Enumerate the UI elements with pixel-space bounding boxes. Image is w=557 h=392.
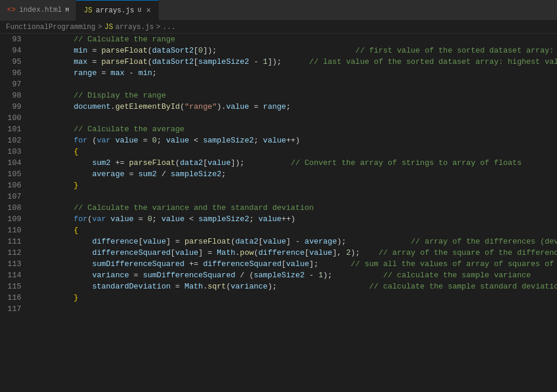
code-line-94: min = parseFloat(dataSort2[0]); // first… <box>37 45 557 56</box>
code-line-97 <box>37 79 557 90</box>
line-num-112: 112 <box>0 247 31 258</box>
tab-badge-index: M <box>65 7 69 14</box>
code-line-100 <box>37 112 557 124</box>
code-line-102: for (var value = 0; value < sampleSize2;… <box>37 135 557 146</box>
code-area: 93 94 95 96 97 98 99 100 101 102 103 104… <box>0 34 557 392</box>
code-line-101: // Calculate the average <box>37 124 557 135</box>
js-icon: JS <box>83 7 92 15</box>
line-num-97: 97 <box>0 79 31 90</box>
line-num-108: 108 <box>0 202 31 213</box>
code-line-99: document.getElementById("range").value =… <box>37 101 557 112</box>
tab-arrays-js[interactable]: JS arrays.js U × <box>76 0 159 21</box>
line-num-96: 96 <box>0 67 31 79</box>
code-line-114: variance = sumDifferenceSquared / (sampl… <box>37 270 557 281</box>
code-line-93: // Calculate the range <box>37 34 557 45</box>
tab-bar: <> index.html M JS arrays.js U × <box>0 0 557 21</box>
line-num-100: 100 <box>0 112 31 124</box>
breadcrumb-folder: FunctionalProgramming <box>6 23 95 31</box>
code-line-104: sum2 += parseFloat(data2[value]); // Con… <box>37 157 557 169</box>
line-num-106: 106 <box>0 180 31 191</box>
breadcrumb-file-icon: JS <box>104 23 112 31</box>
code-line-110: { <box>37 225 557 236</box>
line-num-94: 94 <box>0 45 31 56</box>
code-line-108: // Calculate the variance and the standa… <box>37 202 557 213</box>
line-num-98: 98 <box>0 90 31 101</box>
line-num-104: 104 <box>0 157 31 169</box>
code-line-105: average = sum2 / sampleSize2; <box>37 169 557 180</box>
line-numbers: 93 94 95 96 97 98 99 100 101 102 103 104… <box>0 34 31 392</box>
line-num-95: 95 <box>0 56 31 67</box>
line-num-102: 102 <box>0 135 31 146</box>
breadcrumb-file: arrays.js <box>115 23 154 31</box>
line-num-113: 113 <box>0 258 31 270</box>
html-icon: <> <box>7 6 15 14</box>
code-line-112: differenceSquared[value] = Math.pow(diff… <box>37 247 557 258</box>
code-line-96: range = max - min; <box>37 67 557 79</box>
line-num-110: 110 <box>0 225 31 236</box>
line-num-103: 103 <box>0 146 31 157</box>
line-num-105: 105 <box>0 169 31 180</box>
code-line-115: standardDeviation = Math.sqrt(variance);… <box>37 281 557 292</box>
line-num-114: 114 <box>0 270 31 281</box>
tab-close-arrays[interactable]: × <box>146 7 151 15</box>
tab-badge-arrays: U <box>138 7 141 14</box>
line-num-117: 117 <box>0 303 31 315</box>
line-num-116: 116 <box>0 292 31 303</box>
tab-index-html[interactable]: <> index.html M <box>0 0 76 21</box>
line-num-101: 101 <box>0 124 31 135</box>
line-num-99: 99 <box>0 101 31 112</box>
code-line-103: { <box>37 146 557 157</box>
breadcrumb: FunctionalProgramming > JS arrays.js > .… <box>0 21 557 34</box>
line-num-93: 93 <box>0 34 31 45</box>
code-content[interactable]: // Calculate the range min = parseFloat(… <box>31 34 557 392</box>
code-line-107 <box>37 191 557 202</box>
line-num-109: 109 <box>0 213 31 225</box>
breadcrumb-sep1: > <box>98 23 102 31</box>
tab-label-index: index.html <box>19 6 62 14</box>
code-line-98: // Display the range <box>37 90 557 101</box>
code-line-106: } <box>37 180 557 191</box>
code-line-109: for(var value = 0; value < sampleSize2; … <box>37 213 557 225</box>
code-line-117 <box>37 303 557 315</box>
line-num-107: 107 <box>0 191 31 202</box>
code-line-116: } <box>37 292 557 303</box>
breadcrumb-location: ... <box>163 23 176 31</box>
code-line-113: sumDifferenceSquared += differenceSquare… <box>37 258 557 270</box>
code-line-111: difference[value] = parseFloat(data2[val… <box>37 236 557 247</box>
breadcrumb-sep2: > <box>156 23 160 31</box>
code-line-95: max = parseFloat(dataSort2[sampleSize2 -… <box>37 56 557 67</box>
tab-label-arrays: arrays.js <box>96 7 134 15</box>
line-num-111: 111 <box>0 236 31 247</box>
line-num-115: 115 <box>0 281 31 292</box>
